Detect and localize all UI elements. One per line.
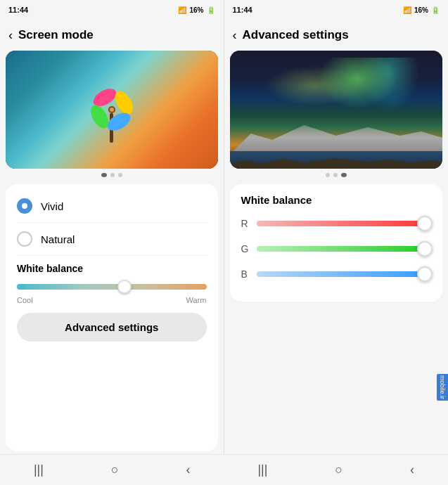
natural-option[interactable]: Natural — [17, 226, 207, 252]
screen-mode-content: Vivid Natural White balance Coo — [6, 184, 218, 451]
back-button-left[interactable]: ‹ — [8, 28, 13, 43]
r-slider-wrap[interactable] — [257, 216, 432, 231]
screen-mode-carousel — [6, 51, 218, 169]
battery-left: 16% — [189, 6, 203, 14]
svg-point-6 — [110, 108, 114, 112]
wb-dot-left — [18, 284, 24, 290]
dot-r3 — [341, 173, 347, 177]
wb-track — [17, 284, 207, 290]
wb-labels: Cool Warm — [17, 296, 207, 304]
b-slider-wrap[interactable] — [257, 266, 432, 282]
screen-mode-panel: 11:44 📶 16% 🔋 ‹ Screen mode — [0, 0, 224, 454]
b-row: B — [241, 266, 432, 282]
dot-r2 — [333, 173, 338, 177]
b-thumb[interactable] — [417, 266, 433, 282]
nav-left: ||| ○ ‹ — [0, 454, 224, 485]
battery-right: 16% — [414, 6, 428, 14]
dot-r1 — [326, 173, 330, 177]
r-track — [257, 221, 432, 226]
back-button-right[interactable]: ‹ — [233, 28, 237, 43]
time-right: 11:44 — [233, 6, 252, 14]
r-thumb[interactable] — [417, 216, 433, 231]
back-icon-left[interactable]: ‹ — [175, 457, 202, 483]
watermark: mobile.ir — [437, 374, 448, 401]
menu-icon-right[interactable]: ||| — [246, 457, 279, 483]
menu-icon-left[interactable]: ||| — [23, 457, 55, 483]
aurora-image — [230, 51, 443, 169]
pinwheel-image — [6, 51, 218, 169]
divider-2 — [17, 255, 207, 256]
warm-label: Warm — [186, 296, 207, 304]
wb-slider-container[interactable]: Cool Warm — [17, 280, 207, 304]
carousel-dots-right — [224, 169, 449, 181]
g-thumb[interactable] — [417, 241, 433, 257]
g-row: G — [241, 241, 432, 257]
wb-slider[interactable] — [17, 280, 207, 294]
g-slider-wrap[interactable] — [257, 241, 432, 257]
status-bar-right: 11:44 📶 16% 🔋 — [224, 0, 449, 20]
dot-2 — [110, 173, 115, 177]
nav-right: ||| ○ ‹ — [224, 454, 449, 485]
carousel-dots-left — [0, 169, 224, 181]
screen-mode-title: Screen mode — [18, 28, 94, 42]
battery-icon-right: 🔋 — [431, 6, 440, 14]
advanced-settings-header: ‹ Advanced settings — [224, 20, 449, 51]
advanced-settings-panel: 11:44 📶 16% 🔋 ‹ Advanced settings — [224, 0, 449, 454]
status-bar-left: 11:44 📶 16% 🔋 — [0, 0, 224, 20]
back-icon-right[interactable]: ‹ — [399, 457, 425, 483]
r-row: R — [241, 216, 432, 231]
dot-1 — [101, 173, 107, 177]
pinwheel-svg — [84, 75, 140, 145]
vivid-radio[interactable] — [17, 198, 32, 214]
advanced-settings-button[interactable]: Advanced settings — [17, 313, 207, 342]
r-label: R — [241, 218, 250, 229]
g-label: G — [241, 243, 250, 254]
bottom-nav: ||| ○ ‹ ||| ○ ‹ — [0, 454, 448, 485]
divider-1 — [17, 222, 207, 223]
screen-mode-header: ‹ Screen mode — [0, 20, 224, 51]
time-left: 11:44 — [8, 6, 28, 14]
aurora-carousel — [230, 51, 443, 169]
vivid-option[interactable]: Vivid — [17, 193, 207, 219]
vivid-label: Vivid — [41, 200, 63, 212]
natural-label: Natural — [41, 233, 75, 245]
cool-label: Cool — [17, 296, 33, 304]
battery-icon-left: 🔋 — [207, 6, 215, 14]
b-label: B — [241, 269, 250, 280]
wb-thumb[interactable] — [117, 280, 132, 294]
aurora-effect — [230, 58, 443, 128]
advanced-settings-title: Advanced settings — [243, 28, 349, 42]
home-icon-left[interactable]: ○ — [100, 457, 130, 483]
natural-radio[interactable] — [17, 231, 32, 247]
b-track — [257, 271, 432, 277]
wb-title-left: White balance — [17, 263, 207, 274]
wifi-icon-right: 📶 — [403, 6, 411, 14]
g-track — [257, 246, 432, 252]
home-icon-right[interactable]: ○ — [324, 457, 354, 483]
rgb-section: White balance R G B — [230, 184, 443, 302]
wb-title-right: White balance — [241, 194, 432, 206]
dot-3 — [118, 173, 122, 177]
wifi-icon: 📶 — [178, 6, 186, 14]
